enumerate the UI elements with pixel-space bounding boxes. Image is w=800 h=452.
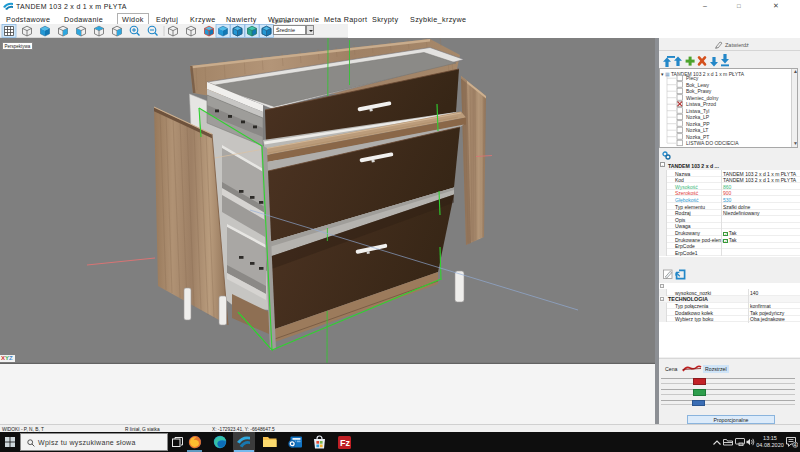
- svg-text:4: 4: [794, 442, 797, 448]
- svg-text:Fz: Fz: [340, 438, 350, 448]
